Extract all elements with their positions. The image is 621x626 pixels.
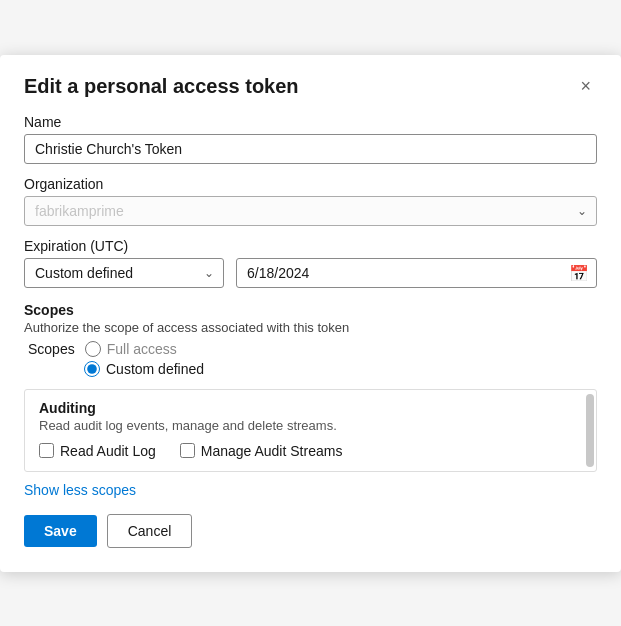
show-scopes-link[interactable]: Show less scopes — [24, 482, 136, 498]
read-audit-log-label: Read Audit Log — [60, 443, 156, 459]
name-label: Name — [24, 114, 597, 130]
auditing-checkboxes: Read Audit Log Manage Audit Streams — [39, 443, 582, 459]
name-input[interactable] — [24, 134, 597, 164]
organization-field-group: Organization fabrikamprime ⌄ — [24, 176, 597, 226]
manage-audit-streams-item: Manage Audit Streams — [180, 443, 343, 459]
auditing-category: Auditing Read audit log events, manage a… — [25, 390, 596, 471]
custom-defined-label: Custom defined — [106, 361, 204, 377]
scopes-section: Scopes Authorize the scope of access ass… — [24, 302, 597, 377]
name-field-group: Name — [24, 114, 597, 164]
edit-token-dialog: Edit a personal access token × Name Orga… — [0, 55, 621, 572]
read-audit-log-checkbox[interactable] — [39, 443, 54, 458]
organization-select[interactable]: fabrikamprime — [24, 196, 597, 226]
custom-defined-radio[interactable] — [84, 361, 100, 377]
expiration-row: Custom defined 30 days 60 days 90 days ⌄… — [24, 258, 597, 288]
full-access-label: Full access — [107, 341, 177, 357]
read-audit-log-item: Read Audit Log — [39, 443, 156, 459]
auditing-description: Read audit log events, manage and delete… — [39, 418, 582, 433]
scopes-title: Scopes — [24, 302, 597, 318]
expiration-select-wrapper: Custom defined 30 days 60 days 90 days ⌄ — [24, 258, 224, 288]
actions-row: Save Cancel — [24, 514, 597, 548]
manage-audit-streams-checkbox[interactable] — [180, 443, 195, 458]
scopes-radio-row: Scopes Full access — [24, 341, 597, 357]
scopes-radio-label: Scopes — [28, 341, 75, 357]
auditing-title: Auditing — [39, 400, 582, 416]
close-button[interactable]: × — [574, 75, 597, 97]
dialog-header: Edit a personal access token × — [24, 75, 597, 98]
expiration-select[interactable]: Custom defined 30 days 60 days 90 days — [24, 258, 224, 288]
full-access-radio[interactable] — [85, 341, 101, 357]
manage-audit-streams-label: Manage Audit Streams — [201, 443, 343, 459]
organization-label: Organization — [24, 176, 597, 192]
save-button[interactable]: Save — [24, 515, 97, 547]
dialog-title: Edit a personal access token — [24, 75, 299, 98]
scopes-description: Authorize the scope of access associated… — [24, 320, 597, 335]
date-input-wrapper: 📅 — [236, 258, 597, 288]
scopes-box[interactable]: Auditing Read audit log events, manage a… — [24, 389, 597, 472]
date-input[interactable] — [236, 258, 597, 288]
custom-defined-radio-row: Custom defined — [24, 361, 597, 377]
expiration-label: Expiration (UTC) — [24, 238, 597, 254]
cancel-button[interactable]: Cancel — [107, 514, 193, 548]
organization-select-wrapper: fabrikamprime ⌄ — [24, 196, 597, 226]
expiration-field-group: Expiration (UTC) Custom defined 30 days … — [24, 238, 597, 288]
